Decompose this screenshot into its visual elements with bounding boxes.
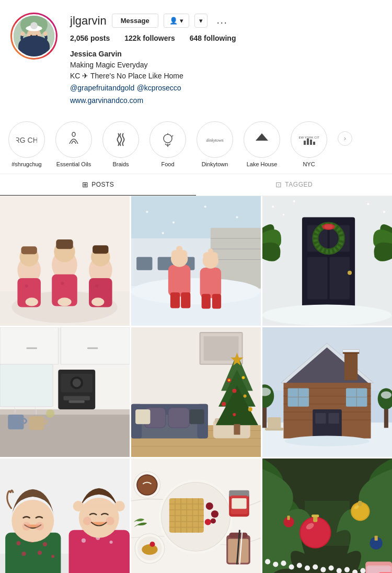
svg-point-106 xyxy=(73,379,81,387)
svg-point-146 xyxy=(228,379,230,381)
highlight-item-dinkytown[interactable]: dinkytown Dinkytown xyxy=(197,121,233,167)
highlight-item-lake-house[interactable]: Lake House xyxy=(244,121,280,167)
svg-rect-98 xyxy=(61,327,130,364)
svg-point-9 xyxy=(30,35,32,36)
following-count: 648 xyxy=(190,34,202,42)
bio-line1: Making Magic Everyday xyxy=(70,60,382,71)
grid-item-5[interactable] xyxy=(131,327,261,457)
grid-item-2[interactable] xyxy=(131,196,261,326)
svg-point-191 xyxy=(11,500,54,542)
svg-rect-69 xyxy=(181,292,190,308)
bio-link2[interactable]: @kcprosecco xyxy=(137,84,181,92)
highlights-next-button[interactable]: › xyxy=(338,131,352,146)
svg-rect-113 xyxy=(8,415,24,429)
svg-point-59 xyxy=(146,211,148,213)
svg-point-61 xyxy=(204,205,206,208)
avatar-wrapper[interactable] xyxy=(10,13,57,60)
svg-rect-271 xyxy=(375,536,378,541)
posts-label: posts xyxy=(90,34,110,42)
message-button[interactable]: Message xyxy=(112,14,158,28)
bio-name: Jessica Garvin xyxy=(70,49,382,60)
svg-rect-239 xyxy=(232,498,246,509)
highlight-label-lake-house: Lake House xyxy=(247,161,278,167)
svg-rect-100 xyxy=(87,347,98,349)
svg-point-45 xyxy=(61,282,64,285)
highlight-circle-lake-house xyxy=(244,121,280,158)
more-button[interactable]: ... xyxy=(213,13,232,29)
svg-point-187 xyxy=(43,542,47,546)
svg-rect-159 xyxy=(344,351,358,381)
bio-link1[interactable]: @grapefruitandgold xyxy=(70,84,134,92)
svg-rect-75 xyxy=(212,294,221,308)
svg-point-226 xyxy=(142,544,157,555)
grid-item-4[interactable] xyxy=(0,327,130,457)
highlight-label-braids: Braids xyxy=(112,161,129,167)
posts-stat[interactable]: 2,056 posts xyxy=(70,34,110,42)
svg-point-256 xyxy=(329,565,334,570)
svg-point-91 xyxy=(293,200,295,202)
svg-point-84 xyxy=(348,271,352,275)
username: jlgarvin xyxy=(70,14,107,28)
svg-rect-101 xyxy=(0,409,130,415)
posts-count: 2,056 xyxy=(70,34,88,42)
grid-item-7[interactable] xyxy=(0,459,130,573)
svg-rect-108 xyxy=(69,400,85,403)
svg-rect-130 xyxy=(135,409,150,424)
svg-rect-223 xyxy=(169,498,204,533)
svg-point-221 xyxy=(205,519,211,525)
following-stat[interactable]: 648 following xyxy=(190,34,236,42)
tab-posts[interactable]: ⊞ POSTS xyxy=(0,174,196,196)
svg-point-94 xyxy=(283,214,284,215)
tab-tagged-label: TAGGED xyxy=(285,181,313,188)
svg-point-181 xyxy=(381,391,391,398)
svg-point-227 xyxy=(149,542,155,547)
grid-item-3[interactable] xyxy=(262,196,392,326)
svg-point-63 xyxy=(162,232,164,234)
grid-item-9[interactable] xyxy=(262,459,392,573)
dropdown-button[interactable]: ▾ xyxy=(194,14,207,28)
svg-rect-36 xyxy=(56,239,73,249)
bio-section: Jessica Garvin Making Magic Everyday KC … xyxy=(70,49,382,107)
svg-point-141 xyxy=(244,395,247,398)
highlight-item-essential-oils[interactable]: Essential Oils xyxy=(55,121,92,167)
svg-point-220 xyxy=(211,510,218,518)
bio-website[interactable]: www.garvinandco.com xyxy=(70,96,143,105)
highlight-item-nyc[interactable]: NEW YORK CITY NYC xyxy=(291,121,327,167)
tab-tagged[interactable]: ⊡ TAGGED xyxy=(196,174,392,196)
svg-point-253 xyxy=(305,565,310,570)
tabs-section: ⊞ POSTS ⊡ TAGGED xyxy=(0,174,392,196)
follow-dropdown-icon: ▾ xyxy=(180,17,183,25)
followers-count: 122k xyxy=(124,34,141,42)
svg-point-60 xyxy=(172,222,175,224)
svg-rect-247 xyxy=(312,514,319,517)
svg-point-143 xyxy=(248,407,252,411)
svg-rect-40 xyxy=(93,245,108,254)
highlight-item-braids[interactable]: Braids xyxy=(102,121,139,167)
grid-item-6[interactable] xyxy=(262,327,392,457)
highlight-item-food[interactable]: Food xyxy=(149,121,186,167)
followers-stat[interactable]: 122k followers xyxy=(124,34,175,42)
svg-rect-116 xyxy=(0,364,53,407)
svg-text:SHRG CHUG: SHRG CHUG xyxy=(16,136,37,144)
highlight-label-nyc: NYC xyxy=(303,161,315,167)
follow-button[interactable]: 👤 ▾ xyxy=(164,14,189,28)
highlight-label-dinkytown: Dinkytown xyxy=(202,161,228,167)
grid-item-8[interactable] xyxy=(131,459,261,573)
stats-row: 2,056 posts 122k followers 648 following xyxy=(70,34,382,42)
highlight-item-shrugchug[interactable]: SHRG CHUG #shrugchug xyxy=(8,121,45,167)
avatar xyxy=(14,16,54,56)
svg-rect-163 xyxy=(315,413,326,423)
profile-header: jlgarvin Message 👤 ▾ ▾ ... 2,056 posts 1… xyxy=(0,0,392,115)
svg-point-92 xyxy=(367,203,369,205)
svg-point-202 xyxy=(22,522,31,530)
grid-item-1[interactable] xyxy=(0,196,130,326)
svg-rect-199 xyxy=(78,503,120,509)
svg-text:dinkytown: dinkytown xyxy=(206,138,224,143)
svg-point-193 xyxy=(82,538,86,543)
svg-point-10 xyxy=(36,35,37,36)
profile-info: jlgarvin Message 👤 ▾ ▾ ... 2,056 posts 1… xyxy=(70,13,382,107)
svg-rect-82 xyxy=(307,257,327,299)
svg-point-46 xyxy=(95,284,98,288)
svg-point-250 xyxy=(281,560,286,566)
highlight-circle-dinkytown: dinkytown xyxy=(197,121,233,158)
